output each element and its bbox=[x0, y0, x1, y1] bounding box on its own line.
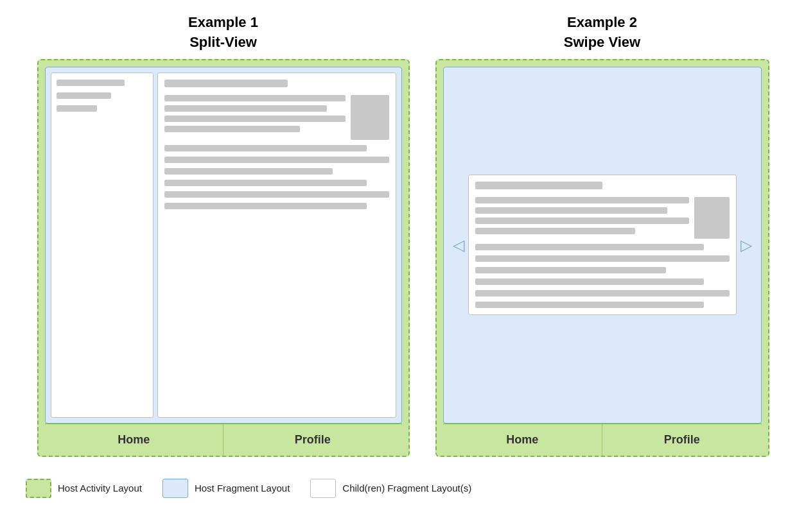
example2-swipe-content bbox=[468, 175, 737, 315]
detail-bar-2 bbox=[164, 105, 328, 112]
swipe-bar-7 bbox=[475, 267, 666, 273]
example1-title-line1: Example 1 bbox=[188, 14, 258, 30]
swipe-bar-1 bbox=[475, 197, 689, 203]
example1-nav-profile-label: Profile bbox=[295, 433, 331, 446]
swipe-bar-3 bbox=[475, 218, 689, 224]
example2-title-line2: Swipe View bbox=[564, 34, 640, 50]
example1-nav-home[interactable]: Home bbox=[45, 424, 223, 456]
example2-title-line1: Example 2 bbox=[567, 14, 637, 30]
example1-left-panel bbox=[51, 73, 153, 418]
legend-box-green bbox=[26, 479, 51, 498]
swipe-bar-5 bbox=[475, 244, 704, 250]
legend-box-blue bbox=[162, 479, 188, 498]
legend-item-3: Child(ren) Fragment Layout(s) bbox=[310, 479, 471, 498]
example1-host-fragment bbox=[45, 67, 402, 424]
legend-item-1: Host Activity Layout bbox=[26, 479, 142, 498]
example1-nav-profile[interactable]: Profile bbox=[223, 424, 402, 456]
example1-title: Example 1 Split-View bbox=[188, 13, 258, 53]
example2-nav-divider bbox=[602, 424, 602, 456]
arrow-right-icon: ▷ bbox=[740, 236, 752, 254]
detail-bar-7 bbox=[164, 168, 333, 175]
swipe-left-arrow[interactable]: ◁ bbox=[449, 236, 468, 254]
list-item-bar-3 bbox=[57, 105, 98, 112]
example2-bottom-nav: Home Profile bbox=[443, 424, 762, 456]
example2-nav-home-label: Home bbox=[506, 433, 538, 446]
examples-row: Example 1 Split-View bbox=[13, 13, 793, 457]
legend-label-3: Child(ren) Fragment Layout(s) bbox=[342, 483, 471, 493]
detail-bar-5 bbox=[164, 145, 367, 151]
example1-nav-home-label: Home bbox=[118, 433, 150, 446]
legend-label-1: Host Activity Layout bbox=[58, 483, 142, 493]
example2-title: Example 2 Swipe View bbox=[564, 13, 640, 53]
example2-host-activity: ◁ bbox=[435, 59, 769, 457]
swipe-bar-4 bbox=[475, 228, 636, 234]
example2-nav-profile-label: Profile bbox=[664, 433, 700, 446]
swipe-detail-header bbox=[475, 197, 730, 239]
detail-title-bar bbox=[164, 80, 288, 87]
swipe-detail-text-lines bbox=[475, 197, 689, 234]
swipe-bar-2 bbox=[475, 207, 668, 214]
detail-bar-8 bbox=[164, 180, 367, 186]
detail-bar-4 bbox=[164, 126, 301, 132]
swipe-detail-title-bar bbox=[475, 182, 602, 189]
swipe-right-arrow[interactable]: ▷ bbox=[737, 236, 756, 254]
detail-bar-6 bbox=[164, 157, 389, 163]
page-container: Example 1 Split-View bbox=[13, 13, 793, 498]
swipe-bar-9 bbox=[475, 290, 730, 296]
swipe-bar-6 bbox=[475, 255, 730, 262]
list-item-bar-1 bbox=[57, 80, 125, 86]
legend-item-2: Host Fragment Layout bbox=[162, 479, 290, 498]
example1-nav-divider bbox=[223, 424, 223, 456]
example2-nav-home[interactable]: Home bbox=[443, 424, 602, 456]
detail-bar-10 bbox=[164, 203, 367, 209]
example1-host-activity: Home Profile bbox=[37, 59, 410, 457]
legend-label-2: Host Fragment Layout bbox=[195, 483, 290, 493]
legend: Host Activity Layout Host Fragment Layou… bbox=[13, 479, 471, 498]
detail-bar-3 bbox=[164, 116, 346, 122]
example1-wrapper: Example 1 Split-View bbox=[37, 13, 410, 457]
list-item-bar-2 bbox=[57, 92, 111, 99]
detail-bar-9 bbox=[164, 191, 389, 198]
detail-text-lines bbox=[164, 95, 346, 132]
swipe-bar-10 bbox=[475, 302, 704, 308]
example1-right-panel bbox=[157, 73, 396, 418]
legend-box-white bbox=[310, 479, 336, 498]
example2-nav-profile[interactable]: Profile bbox=[602, 424, 762, 456]
swipe-thumbnail bbox=[694, 197, 730, 239]
detail-thumbnail bbox=[351, 95, 389, 140]
detail-bar-1 bbox=[164, 95, 346, 101]
example2-wrapper: Example 2 Swipe View ◁ bbox=[435, 13, 769, 457]
example1-title-line2: Split-View bbox=[189, 34, 257, 50]
detail-header bbox=[164, 95, 389, 140]
arrow-left-icon: ◁ bbox=[453, 236, 464, 254]
swipe-bar-8 bbox=[475, 279, 704, 285]
example1-bottom-nav: Home Profile bbox=[45, 424, 402, 456]
example2-host-fragment: ◁ bbox=[443, 67, 762, 424]
